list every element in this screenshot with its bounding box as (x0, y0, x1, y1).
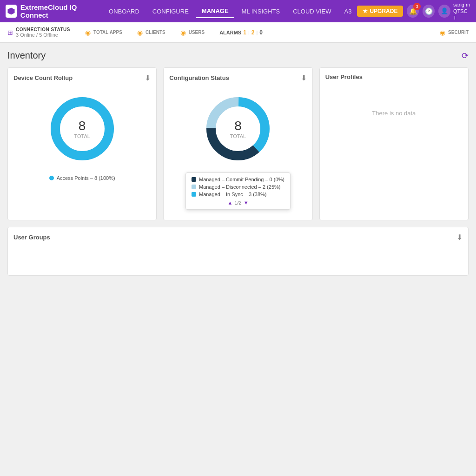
users-status: ◉ USERS (180, 29, 205, 36)
total-apps-icon: ◉ (85, 29, 91, 36)
user-avatar: 👤 (438, 5, 450, 18)
connection-icon: ⊞ (7, 29, 13, 36)
connection-status: ⊞ CONNECTION STATUS 3 Online / 5 Offline (7, 27, 70, 38)
brand-icon (6, 5, 17, 18)
alarms-status: ALARMS 1 | 2 | 0 (219, 29, 263, 36)
nav-a3[interactable]: A3 (339, 5, 357, 18)
legend-sq-0 (192, 177, 196, 182)
user-groups-body (13, 242, 463, 270)
config-legend-popup: Managed – Commit Pending – 0 (0%) Manage… (185, 172, 291, 210)
brand-name: ExtremeCloud IQ Connect (20, 3, 94, 19)
clock-icon: 🕐 (425, 7, 433, 15)
device-count-chart: 8 TOTAL Access Points – 8 (100%) (13, 87, 151, 185)
page-title: Inventory (7, 50, 46, 61)
total-apps-label: TOTAL APPS (93, 30, 122, 35)
legend-label-0: Managed – Commit Pending – 0 (0%) (199, 177, 284, 182)
clock-button[interactable]: 🕐 (423, 5, 435, 18)
users-label: USERS (189, 30, 205, 35)
notifications-button[interactable]: 🔔 3 (407, 5, 419, 18)
prev-page-button[interactable]: ▲ (227, 200, 232, 205)
refresh-button[interactable]: ⟳ (462, 51, 469, 61)
legend-sq-2 (192, 192, 196, 197)
security-icon: ◉ (440, 29, 445, 36)
device-total-num: 8 (74, 119, 90, 133)
config-legend-item-2: Managed – In Sync – 3 (38%) (192, 192, 284, 197)
config-total-label: TOTAL (230, 133, 246, 139)
config-download-icon[interactable]: ⬇ (301, 73, 307, 82)
legend-label-1: Managed – Disconnected – 2 (25%) (199, 184, 281, 190)
device-legend-text: Access Points – 8 (100%) (57, 175, 115, 181)
cards-grid: Device Count Rollup ⬇ 8 TOTAL Access (7, 67, 469, 220)
config-legend-item-1: Managed – Disconnected – 2 (25%) (192, 184, 284, 190)
navbar: ExtremeCloud IQ Connect ONBOARD CONFIGUR… (0, 0, 476, 22)
security-label: SECURIT (448, 30, 469, 35)
nav-configure[interactable]: CONFIGURE (147, 5, 194, 18)
page-header: Inventory ⟳ (7, 50, 469, 61)
alarm-count-3: 0 (259, 29, 263, 36)
device-count-card: Device Count Rollup ⬇ 8 TOTAL Access (7, 67, 157, 220)
alarms-label: ALARMS (219, 30, 241, 35)
nav-links: ONBOARD CONFIGURE MANAGE ML INSIGHTS CLO… (103, 5, 357, 18)
user-profiles-no-data: There is no data (325, 85, 463, 141)
nav-onboard[interactable]: ONBOARD (103, 5, 145, 18)
upgrade-button[interactable]: ★ UPGRADE (357, 6, 403, 17)
nav-ml-insights[interactable]: ML INSIGHTS (236, 5, 286, 18)
device-count-download-icon[interactable]: ⬇ (145, 73, 151, 82)
navbar-right: ★ UPGRADE 🔔 3 🕐 👤 sang m QTSC T (357, 1, 470, 21)
device-count-title: Device Count Rollup (13, 74, 73, 81)
user-name: sang m (453, 1, 470, 8)
device-donut-wrapper: 8 TOTAL (45, 92, 119, 166)
next-page-button[interactable]: ▼ (244, 200, 249, 205)
user-profiles-card: User Profiles There is no data (319, 67, 469, 220)
pagination-text: 1/2 (234, 200, 241, 205)
config-status-card: Configuration Status ⬇ (163, 67, 312, 220)
user-profiles-title: User Profiles (325, 73, 363, 80)
upgrade-star-icon: ★ (363, 8, 368, 14)
user-groups-card: User Groups ⬇ (7, 227, 469, 276)
user-groups-title: User Groups (13, 234, 50, 241)
nav-manage[interactable]: MANAGE (196, 5, 234, 18)
clients-label: CLIENTS (145, 30, 165, 35)
config-legend-item-0: Managed – Commit Pending – 0 (0%) (192, 177, 284, 182)
total-apps: ◉ TOTAL APPS (85, 29, 122, 36)
legend-label-2: Managed – In Sync – 3 (38%) (199, 192, 267, 197)
users-icon: ◉ (180, 29, 186, 36)
clients-status: ◉ CLIENTS (137, 29, 165, 36)
user-org: QTSC T (453, 8, 470, 21)
user-menu[interactable]: 👤 sang m QTSC T (438, 1, 470, 21)
main-content: Inventory ⟳ Device Count Rollup ⬇ 8 TOTA… (0, 43, 476, 476)
security-status: ◉ SECURIT (440, 29, 469, 36)
nav-cloud-view[interactable]: CLOUD VIEW (287, 5, 337, 18)
device-legend-dot (49, 176, 54, 180)
legend-sq-1 (192, 185, 196, 189)
brand-logo: ExtremeCloud IQ Connect (6, 3, 94, 19)
config-chart-container: 8 TOTAL Managed – Commit Pending – 0 (0%… (169, 87, 306, 214)
clients-icon: ◉ (137, 29, 143, 36)
pagination-nav: ▲ 1/2 ▼ (192, 200, 284, 205)
config-total-num: 8 (230, 119, 246, 133)
user-groups-download-icon[interactable]: ⬇ (456, 233, 463, 242)
connection-title: CONNECTION STATUS (16, 27, 70, 32)
config-status-title: Configuration Status (169, 74, 229, 81)
alarm-count-2: 2 (251, 29, 255, 36)
connection-sub: 3 Online / 5 Offline (16, 32, 70, 38)
device-total-label: TOTAL (74, 133, 90, 139)
device-legend: Access Points – 8 (100%) (49, 175, 115, 181)
alarm-count-1: 1 (243, 29, 246, 36)
status-bar: ⊞ CONNECTION STATUS 3 Online / 5 Offline… (0, 22, 476, 43)
config-donut-wrapper: 8 TOTAL (201, 92, 275, 166)
